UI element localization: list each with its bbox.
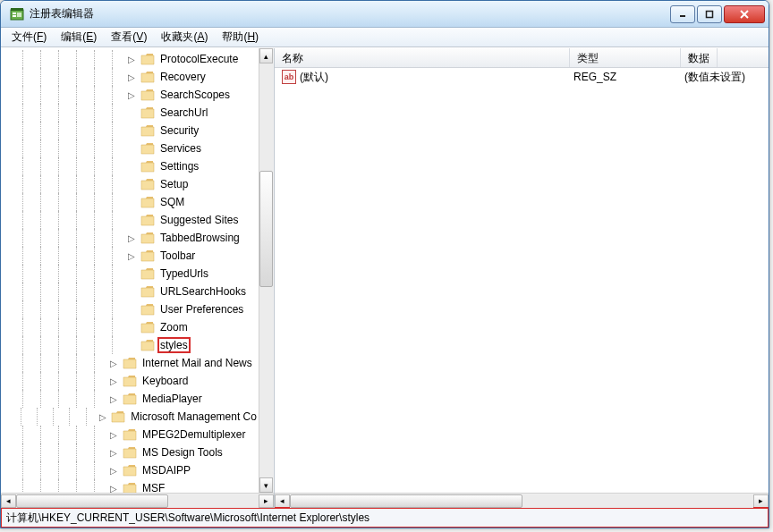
tree-item[interactable]: ▷MSF xyxy=(1,479,259,493)
minimize-button[interactable] xyxy=(670,5,695,23)
menu-file[interactable]: 文件(F) xyxy=(4,28,54,46)
tree-item[interactable]: Security xyxy=(1,122,259,139)
scroll-right-button[interactable]: ▸ xyxy=(259,494,274,508)
folder-icon xyxy=(140,232,155,244)
folder-icon xyxy=(140,267,155,280)
tree-item[interactable]: Services xyxy=(1,139,259,157)
tree-view[interactable]: ▷ProtocolExecute▷Recovery▷SearchScopesSe… xyxy=(1,48,259,493)
tree-item[interactable]: ▷SearchScopes xyxy=(1,86,259,104)
expander-icon[interactable]: ▷ xyxy=(126,55,137,64)
tree-item[interactable]: ▷MediaPlayer xyxy=(1,390,259,408)
tree-item-label: SearchScopes xyxy=(158,88,232,102)
menu-view[interactable]: 查看(V) xyxy=(104,28,154,46)
expander-icon[interactable]: ▷ xyxy=(98,412,108,422)
tree-item[interactable]: Suggested Sites xyxy=(1,211,259,229)
titlebar[interactable]: 注册表编辑器 xyxy=(1,1,769,28)
folder-icon xyxy=(123,482,137,493)
tree-item[interactable]: Setup xyxy=(1,175,259,193)
tree-item[interactable]: ▷Recovery xyxy=(1,68,259,86)
tree-item-label: TypedUrls xyxy=(158,266,210,281)
scroll-track[interactable] xyxy=(259,63,273,477)
folder-icon xyxy=(140,142,155,155)
tree-item[interactable]: ▷Keyboard xyxy=(1,372,259,390)
svg-rect-6 xyxy=(707,11,713,17)
list-row[interactable]: ab(默认)REG_SZ(数值未设置) xyxy=(275,68,769,86)
tree-item[interactable]: Settings xyxy=(1,157,259,175)
tree-item-label: User Preferences xyxy=(158,302,245,317)
tree-item[interactable]: ▷Toolbar xyxy=(1,247,259,265)
tree-item[interactable]: styles xyxy=(1,336,259,354)
menubar: 文件(F) 编辑(E) 查看(V) 收藏夹(A) 帮助(H) xyxy=(1,28,769,47)
tree-item[interactable]: SearchUrl xyxy=(1,104,259,122)
folder-icon xyxy=(140,339,155,351)
string-value-icon: ab xyxy=(282,70,296,84)
tree-item[interactable]: ▷Internet Mail and News xyxy=(1,354,259,372)
folder-icon xyxy=(140,321,155,334)
menu-favorites[interactable]: 收藏夹(A) xyxy=(154,28,215,46)
tree-item[interactable]: ▷Microsoft Management Co xyxy=(1,408,259,426)
expander-icon[interactable]: ▷ xyxy=(108,448,119,458)
tree-item[interactable]: ▷TabbedBrowsing xyxy=(1,229,259,247)
close-button[interactable] xyxy=(724,5,765,23)
tree-item[interactable]: SQM xyxy=(1,193,259,211)
expander-icon[interactable]: ▷ xyxy=(126,233,137,243)
list-body[interactable]: ab(默认)REG_SZ(数值未设置) xyxy=(275,68,769,493)
folder-icon xyxy=(140,160,155,173)
tree-vertical-scrollbar[interactable]: ▴ ▾ xyxy=(259,48,274,493)
tree-item[interactable]: Zoom xyxy=(1,318,259,336)
tree-item[interactable]: User Preferences xyxy=(1,300,259,318)
expander-icon[interactable]: ▷ xyxy=(126,72,137,82)
tree-item-label: Security xyxy=(158,123,200,138)
scroll-thumb[interactable] xyxy=(16,494,168,508)
scroll-left-button[interactable]: ◂ xyxy=(275,494,290,508)
tree-item-label: styles xyxy=(158,338,190,352)
tree-item[interactable]: ▷MSDAIPP xyxy=(1,461,259,479)
tree-item-label: Settings xyxy=(158,159,200,173)
folder-icon xyxy=(140,303,155,316)
scroll-thumb[interactable] xyxy=(259,171,273,287)
tree-item-label: Services xyxy=(158,141,203,156)
scroll-up-button[interactable]: ▴ xyxy=(259,48,273,63)
folder-icon xyxy=(123,464,137,477)
menu-help[interactable]: 帮助(H) xyxy=(215,28,266,46)
expander-icon[interactable]: ▷ xyxy=(108,430,119,440)
folder-icon xyxy=(140,89,155,101)
list-header: 名称 类型 数据 xyxy=(275,48,769,68)
tree-item[interactable]: ▷ProtocolExecute xyxy=(1,50,259,68)
scroll-right-button[interactable]: ▸ xyxy=(753,494,769,508)
list-horizontal-scrollbar[interactable]: ◂ ▸ xyxy=(275,493,769,508)
column-type[interactable]: 类型 xyxy=(570,48,681,67)
maximize-button[interactable] xyxy=(697,5,722,23)
scroll-left-button[interactable]: ◂ xyxy=(1,494,16,508)
tree-item-label: TabbedBrowsing xyxy=(158,231,242,245)
tree-item[interactable]: TypedUrls xyxy=(1,265,259,283)
folder-icon xyxy=(140,106,155,119)
menu-edit[interactable]: 编辑(E) xyxy=(54,28,104,46)
scroll-down-button[interactable]: ▾ xyxy=(259,477,273,493)
tree-horizontal-scrollbar[interactable]: ◂ ▸ xyxy=(1,493,274,508)
tree-item[interactable]: URLSearchHooks xyxy=(1,283,259,300)
tree-item[interactable]: ▷MPEG2Demultiplexer xyxy=(1,426,259,443)
folder-icon xyxy=(140,178,155,190)
expander-icon[interactable]: ▷ xyxy=(108,359,119,368)
folder-icon xyxy=(140,285,155,298)
tree-item-label: SQM xyxy=(158,195,186,209)
column-name[interactable]: 名称 xyxy=(275,48,570,67)
scroll-track[interactable] xyxy=(16,494,259,508)
expander-icon[interactable]: ▷ xyxy=(108,484,119,494)
folder-icon xyxy=(123,357,137,369)
scroll-track[interactable] xyxy=(290,494,753,508)
expander-icon[interactable]: ▷ xyxy=(108,376,119,386)
tree-item-label: MediaPlayer xyxy=(140,392,204,406)
expander-icon[interactable]: ▷ xyxy=(108,394,119,404)
scroll-thumb[interactable] xyxy=(290,494,522,508)
folder-icon xyxy=(140,214,155,226)
list-pane: 名称 类型 数据 ab(默认)REG_SZ(数值未设置) ◂ ▸ xyxy=(275,48,769,508)
tree-item[interactable]: ▷MS Design Tools xyxy=(1,443,259,461)
column-data[interactable]: 数据 xyxy=(681,48,718,67)
folder-icon xyxy=(123,446,137,459)
expander-icon[interactable]: ▷ xyxy=(126,90,137,100)
tree-item-label: Recovery xyxy=(158,70,208,84)
expander-icon[interactable]: ▷ xyxy=(126,251,137,261)
expander-icon[interactable]: ▷ xyxy=(108,466,119,476)
